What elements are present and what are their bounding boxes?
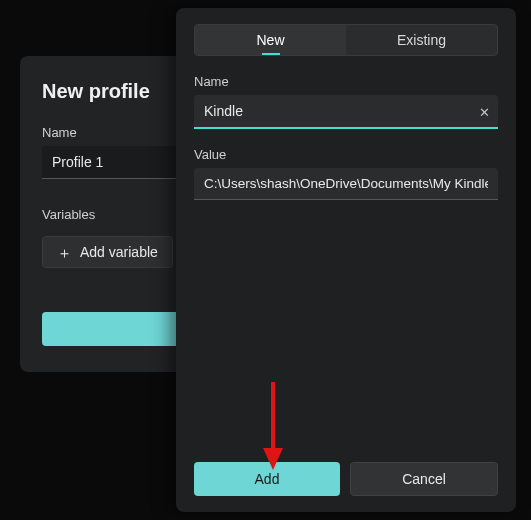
add-button[interactable]: Add <box>194 462 340 496</box>
tab-bar: New Existing <box>194 24 498 56</box>
clear-icon[interactable]: ✕ <box>479 105 490 120</box>
add-variable-label: Add variable <box>80 244 158 260</box>
tab-new[interactable]: New <box>195 25 346 55</box>
var-name-input[interactable] <box>194 95 498 129</box>
var-name-label: Name <box>194 74 498 89</box>
var-name-field: ✕ <box>194 95 498 129</box>
dialog-buttons: Add Cancel <box>194 462 498 496</box>
add-variable-dialog: New Existing Name ✕ Value Add Cancel <box>176 8 516 512</box>
tab-existing[interactable]: Existing <box>346 25 497 55</box>
var-value-input[interactable] <box>194 168 498 200</box>
plus-icon: ＋ <box>57 245 72 260</box>
var-value-label: Value <box>194 147 498 162</box>
add-variable-button[interactable]: ＋ Add variable <box>42 236 173 268</box>
cancel-button[interactable]: Cancel <box>350 462 498 496</box>
